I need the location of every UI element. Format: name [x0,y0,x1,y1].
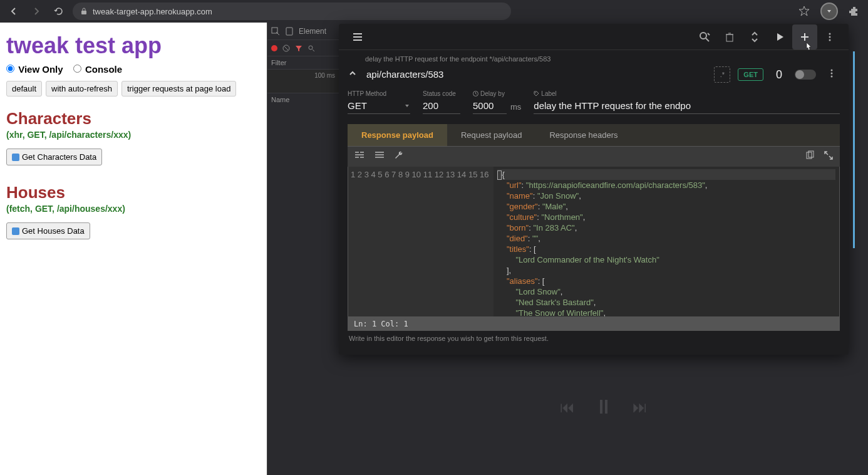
editor-hint: Write in this editor the response you wi… [348,331,840,346]
name-column: Name [267,93,339,106]
trigger-requests-button[interactable]: trigger requests at page load [121,81,237,97]
extensions-icon[interactable] [845,3,863,20]
media-controls-ghost: ⏮⏸⏭ [560,395,648,419]
svg-rect-6 [726,34,733,41]
enable-toggle[interactable] [795,70,816,80]
code-content[interactable]: { "url": "https://anapioficeandfire.com/… [493,167,839,316]
tweak-extension-panel: delay the HTTP request for the endpoint … [339,24,849,355]
delay-input[interactable] [473,99,507,114]
chevron-down-icon [404,103,410,109]
hit-count: 0 [776,68,782,81]
wrench-icon[interactable] [394,150,404,163]
star-icon[interactable] [795,3,813,20]
delay-unit: ms [510,102,521,114]
label-label: Label [534,90,840,97]
json-editor[interactable]: 1 2 3 4 5 6 7 8 9 10 11 12 13 14 15 16 {… [348,167,840,317]
reload-button[interactable] [50,3,68,20]
page-content: tweak test app View Only Console default… [0,23,267,475]
address-bar[interactable]: tweak-target-app.herokuapp.com [73,3,511,20]
delete-icon[interactable] [717,24,742,50]
page-title: tweak test app [6,33,261,59]
houses-heading: Houses [6,183,261,202]
editor-status-bar: Ln: 1 Col: 1 [348,317,840,331]
add-rule-button[interactable] [792,24,817,50]
houses-subheading: (fetch, GET, /api/houses/xxx) [6,204,261,214]
svg-point-5 [700,33,706,39]
more-icon[interactable] [817,24,842,50]
tab-response-headers[interactable]: Response headers [535,124,631,146]
method-badge: GET [738,68,763,81]
auto-refresh-button[interactable]: with auto-refresh [46,81,118,97]
get-houses-button[interactable]: Get Houses Data [6,222,90,239]
svg-rect-2 [286,28,292,35]
delay-label: Delay by [473,90,521,97]
elements-tab[interactable]: Element [299,27,326,36]
svg-point-9 [829,39,831,41]
search-icon[interactable] [307,44,315,52]
active-indicator [853,51,855,248]
svg-point-14 [535,92,537,93]
filter-icon[interactable] [295,44,302,52]
url-input[interactable] [365,65,706,84]
minify-icon[interactable] [374,150,385,163]
default-button[interactable]: default [6,81,42,97]
url-text: tweak-target-app.herokuapp.com [93,7,212,16]
square-icon [12,154,19,161]
profile-avatar[interactable] [820,3,838,20]
timeline[interactable]: 100 ms [267,70,339,93]
svg-rect-0 [81,11,86,14]
device-icon[interactable] [285,27,294,36]
svg-point-12 [831,76,833,78]
browser-toolbar: tweak-target-app.herokuapp.com [0,0,868,23]
square-icon [12,227,19,235]
label-input[interactable] [534,99,840,114]
status-label: Status code [423,90,460,97]
get-characters-button[interactable]: Get Characters Data [6,149,102,165]
clock-icon [473,91,478,97]
format-icon[interactable] [354,150,365,163]
method-select[interactable]: GET [348,99,410,114]
rule-description: delay the HTTP request for the endpoint … [365,55,550,63]
svg-point-8 [829,36,831,38]
play-icon[interactable] [767,24,792,50]
inspect-icon[interactable] [271,27,280,36]
collapse-icon[interactable] [742,24,767,50]
tab-request-payload[interactable]: Request payload [447,124,536,146]
characters-subheading: (xhr, GET, /api/characters/xxx) [6,130,261,140]
filter-label[interactable]: Filter [267,56,339,70]
svg-point-10 [831,70,833,71]
tab-response-payload[interactable]: Response payload [348,124,447,146]
copy-icon[interactable] [805,150,815,163]
svg-point-11 [831,73,833,75]
back-button[interactable] [5,3,23,20]
regex-toggle[interactable]: .* [714,66,730,83]
lock-icon [80,8,88,15]
forward-button[interactable] [28,3,45,20]
tag-icon [534,91,539,97]
svg-point-4 [309,46,313,50]
record-icon[interactable] [271,45,277,51]
cursor-icon [803,42,814,53]
menu-icon[interactable] [345,24,370,50]
radio-view-only[interactable]: View Only [6,64,63,75]
svg-point-7 [829,33,831,34]
line-gutter: 1 2 3 4 5 6 7 8 9 10 11 12 13 14 15 16 [348,167,493,316]
search-rules-icon[interactable] [692,24,717,50]
chevron-down-icon[interactable] [348,68,358,81]
devtools-panel: Element Filter 100 ms Name [267,23,339,475]
method-label: HTTP Method [348,90,410,97]
status-input[interactable] [423,99,460,114]
clear-icon[interactable] [282,44,290,52]
rule-more-icon[interactable] [824,68,840,81]
characters-heading: Characters [6,109,261,128]
expand-icon[interactable] [824,150,834,163]
radio-console[interactable]: Console [73,64,122,75]
